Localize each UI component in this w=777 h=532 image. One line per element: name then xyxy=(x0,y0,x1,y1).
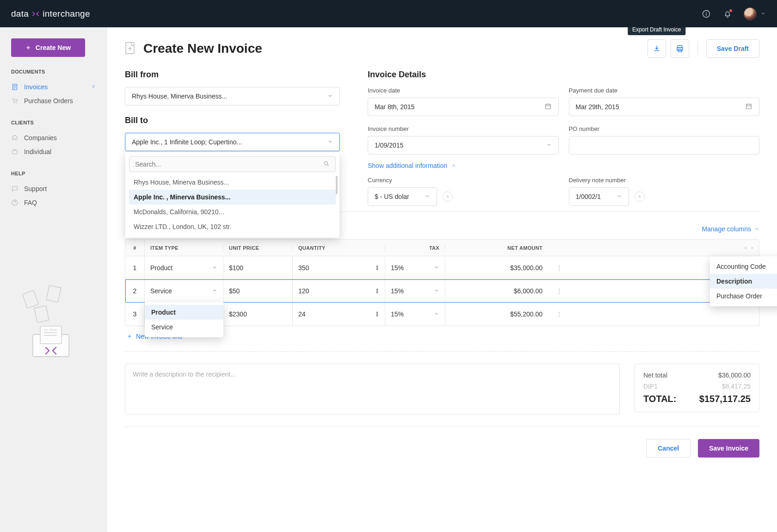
show-additional-link[interactable]: Show additional information xyxy=(368,162,759,169)
chevron-up-icon xyxy=(451,163,456,168)
bill-to-select[interactable]: Apple Inc., 1 Infinite Loop; Cupertino..… xyxy=(125,133,340,151)
row-qty-cell[interactable]: 24▲▼ xyxy=(293,303,385,326)
plus-icon xyxy=(25,45,31,50)
description-textarea[interactable]: Write a description to the recipient... xyxy=(125,364,620,414)
svg-point-5 xyxy=(16,103,17,104)
invoice-icon xyxy=(11,83,18,91)
row-qty-cell[interactable]: 350▲▼ xyxy=(293,256,385,279)
svg-rect-10 xyxy=(34,306,49,323)
save-invoice-button[interactable]: Save Invoice xyxy=(698,439,759,458)
sidebar-item-companies[interactable]: Companies xyxy=(11,131,96,145)
brand-logo: data interchange xyxy=(11,9,90,19)
info-icon[interactable] xyxy=(701,9,711,19)
ctx-option[interactable]: Purchase Order xyxy=(710,289,777,303)
sidebar-item-label: Companies xyxy=(24,134,57,142)
due-date-value: Mar 29th, 2015 xyxy=(576,103,619,111)
delivery-select[interactable]: 1/0002/1 xyxy=(569,187,629,206)
row-qty-cell[interactable]: 120▲▼ xyxy=(293,279,385,302)
next-page-button[interactable] xyxy=(750,244,754,252)
row-price-cell[interactable]: $50 xyxy=(223,279,293,302)
po-no-field[interactable] xyxy=(569,136,760,155)
svg-rect-8 xyxy=(22,291,38,309)
sidebar-item-label: Support xyxy=(24,185,47,192)
print-button[interactable] xyxy=(671,39,689,58)
save-draft-button[interactable]: Save Draft xyxy=(706,39,759,58)
currency-value: $ - US dolar xyxy=(375,193,409,200)
show-additional-label: Show additional information xyxy=(368,162,447,169)
plus-icon xyxy=(127,334,132,339)
row-actions-button[interactable]: ⋮ xyxy=(554,287,565,295)
row-actions-button[interactable]: ⋮ xyxy=(554,264,565,272)
manage-columns-link[interactable]: Manage columns xyxy=(702,225,759,233)
sidebar-item-individual[interactable]: Individual xyxy=(11,145,96,159)
svg-rect-18 xyxy=(545,104,550,109)
row-tax-cell[interactable]: 15% xyxy=(385,303,445,326)
invoice-no-select[interactable]: 1/09/2015 xyxy=(368,136,559,155)
type-option[interactable]: Service xyxy=(145,320,223,334)
currency-select[interactable]: $ - US dolar xyxy=(368,187,437,206)
sidebar-illustration xyxy=(0,284,107,362)
bill-to-option[interactable]: Wizzer LTD., London, UK, 102 str. xyxy=(129,219,336,234)
notification-dot xyxy=(729,9,732,12)
type-option[interactable]: Product xyxy=(145,305,223,320)
row-type-cell[interactable]: Product xyxy=(145,256,223,279)
sidebar-item-purchase-orders[interactable]: Purchase Orders xyxy=(11,94,96,108)
svg-rect-2 xyxy=(706,13,706,15)
row-price-cell[interactable]: $100 xyxy=(223,256,293,279)
print-icon xyxy=(676,44,684,53)
net-total-value: $36,000.00 xyxy=(718,371,751,379)
chevron-down-icon xyxy=(327,93,333,100)
ctx-option[interactable]: Accounting Code xyxy=(710,259,777,274)
scrollbar-thumb[interactable] xyxy=(336,176,338,194)
divider xyxy=(697,43,698,55)
row-price-cell[interactable]: $2300 xyxy=(223,303,293,326)
cancel-button[interactable]: Cancel xyxy=(646,439,691,458)
stepper-icon[interactable]: ▲▼ xyxy=(375,311,379,317)
bill-to-search[interactable] xyxy=(129,156,336,172)
sidebar-item-invoices[interactable]: Invoices xyxy=(11,80,96,94)
chevron-down-icon xyxy=(434,287,439,295)
ctx-option[interactable]: Description xyxy=(710,274,777,289)
table-header: # ITEM TYPE UNIT PRICE QUANTITY TAX NET … xyxy=(125,240,759,256)
bill-to-option[interactable]: McDonalds, California, 90210... xyxy=(129,204,336,219)
row-type-value: Service xyxy=(150,287,172,295)
sidebar-item-label: FAQ xyxy=(24,199,37,206)
svg-rect-12 xyxy=(40,326,62,344)
chevron-down-icon xyxy=(754,226,759,232)
new-doc-icon xyxy=(125,42,136,56)
row-tax-cell[interactable]: 15% xyxy=(385,256,445,279)
main-panel: Create New Invoice Export Draft Invoice … xyxy=(107,27,777,532)
invoice-date-field[interactable]: Mar 8th, 2015 xyxy=(368,98,559,116)
due-date-field[interactable]: Mar 29th, 2015 xyxy=(569,98,760,116)
stepper-icon[interactable]: ▲▼ xyxy=(375,265,379,271)
bill-to-option[interactable]: Apple Inc. , Minerva Business... xyxy=(129,190,336,204)
create-new-button[interactable]: Create New xyxy=(11,38,85,57)
row-type-cell[interactable]: Service xyxy=(145,279,223,302)
sidebar-item-faq[interactable]: FAQ xyxy=(11,196,96,210)
sidebar-header-help: HELP xyxy=(11,171,96,176)
row-index: 3 xyxy=(125,303,145,326)
download-icon xyxy=(653,44,661,53)
bill-from-value: Rhys House, Minerva Business... xyxy=(132,93,227,100)
clear-delivery-button[interactable] xyxy=(635,192,645,202)
chevron-down-icon xyxy=(546,142,552,149)
bill-from-select[interactable]: Rhys House, Minerva Business... xyxy=(125,87,340,105)
row-actions-button[interactable]: ⋮ xyxy=(554,310,565,318)
row-tax-cell[interactable]: 15% xyxy=(385,279,445,302)
chevron-down-icon xyxy=(760,10,766,18)
stepper-icon[interactable]: ▲▼ xyxy=(375,288,379,294)
sidebar-item-support[interactable]: Support xyxy=(11,182,96,196)
bell-icon[interactable] xyxy=(722,9,733,19)
svg-rect-6 xyxy=(12,150,18,154)
bill-to-option[interactable]: Rhys House, Minerva Business... xyxy=(129,175,336,190)
dip-value: $8,417,25 xyxy=(722,383,751,390)
user-menu[interactable] xyxy=(744,7,766,20)
search-icon xyxy=(323,161,330,168)
table-paginate xyxy=(743,244,759,252)
clear-currency-button[interactable] xyxy=(443,192,453,202)
export-button[interactable]: Export Draft Invoice xyxy=(648,39,666,58)
svg-point-4 xyxy=(14,103,15,104)
row-price-value: $50 xyxy=(229,287,240,295)
bill-to-search-input[interactable] xyxy=(135,161,323,168)
prev-page-button[interactable] xyxy=(743,244,748,252)
